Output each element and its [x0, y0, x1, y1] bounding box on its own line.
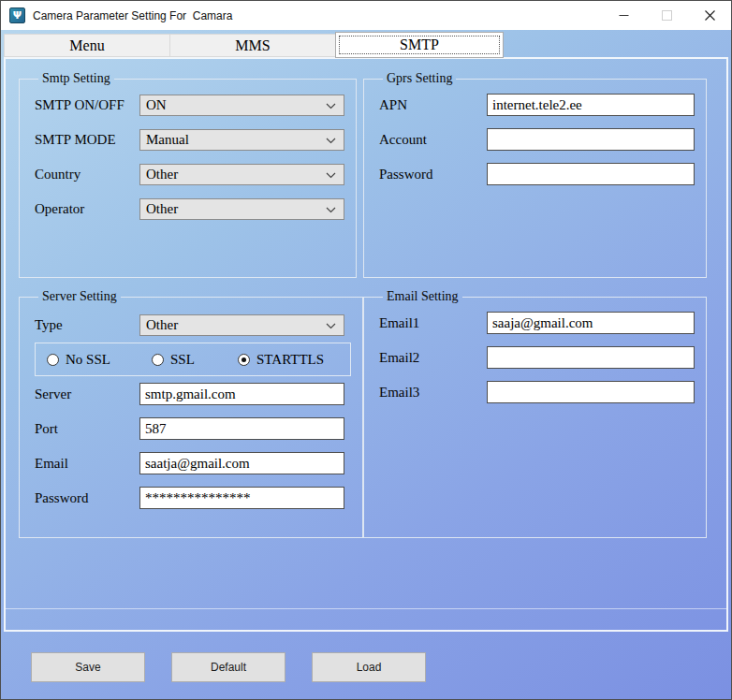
smtp-mode-select[interactable]: Manual: [139, 129, 344, 151]
maximize-button: [645, 1, 688, 30]
server-input[interactable]: [139, 383, 344, 405]
close-button[interactable]: [688, 1, 731, 30]
email-setting-title: Email Setting: [383, 289, 462, 304]
operator-value: Other: [146, 201, 178, 217]
button-row: Save Default Load: [31, 652, 426, 682]
server-row: Server: [35, 383, 351, 405]
pane-divider: [6, 608, 726, 609]
smtp-mode-value: Manual: [146, 132, 189, 148]
tab-mms[interactable]: MMS: [169, 34, 336, 57]
smtp-setting-title: Smtp Setting: [38, 71, 114, 86]
email2-row: Email2: [379, 346, 695, 369]
account-row: Account: [379, 128, 695, 151]
email1-input[interactable]: [487, 312, 695, 334]
apn-row: APN: [379, 94, 695, 116]
gprs-setting-group: Gprs Setting APN Account Password: [363, 71, 707, 278]
gprs-password-label: Password: [379, 167, 487, 182]
server-password-input[interactable]: [139, 487, 344, 509]
email3-label: Email3: [379, 385, 487, 401]
ssl-option-starttls: STARTTLS: [238, 352, 324, 368]
apn-label: APN: [379, 97, 487, 113]
chevron-down-icon: [326, 172, 336, 179]
server-email-input[interactable]: [139, 452, 344, 474]
email2-input[interactable]: [487, 346, 695, 369]
smtp-onoff-label: SMTP ON/OFF: [35, 97, 139, 113]
account-label: Account: [379, 132, 487, 148]
account-input[interactable]: [487, 128, 695, 151]
port-row: Port: [35, 417, 351, 440]
operator-row: Operator Other: [35, 197, 344, 220]
no-ssl-radio[interactable]: [47, 354, 59, 366]
type-value: Other: [146, 317, 178, 333]
server-password-row: Password: [35, 487, 351, 509]
operator-label: Operator: [35, 201, 139, 217]
port-input[interactable]: [139, 417, 344, 440]
load-button[interactable]: Load: [312, 652, 426, 682]
ssl-option-panel: No SSL SSL STARTTLS: [35, 343, 351, 376]
starttls-label: STARTTLS: [256, 352, 324, 368]
tab-smtp[interactable]: SMTP: [335, 32, 504, 58]
server-setting-title: Server Setting: [38, 289, 121, 304]
no-ssl-label: No SSL: [66, 352, 110, 368]
country-value: Other: [146, 167, 178, 182]
smtp-onoff-select[interactable]: ON: [139, 95, 344, 116]
starttls-radio[interactable]: [238, 354, 250, 366]
server-setting-group: Server Setting Type Other No SSL SSL: [19, 289, 363, 538]
ssl-label: SSL: [170, 352, 195, 368]
port-label: Port: [35, 421, 139, 437]
email3-input[interactable]: [487, 381, 695, 403]
server-email-label: Email: [35, 456, 139, 472]
chevron-down-icon: [326, 138, 336, 144]
app-icon: Ψ: [9, 7, 25, 23]
country-select[interactable]: Other: [139, 164, 344, 185]
window-controls: [602, 1, 731, 30]
chevron-down-icon: [326, 103, 336, 109]
ssl-option-ssl: SSL: [152, 352, 238, 368]
minimize-button[interactable]: [602, 1, 645, 30]
smtp-setting-group: Smtp Setting SMTP ON/OFF ON SMTP MODE Ma…: [19, 71, 357, 278]
chevron-down-icon: [326, 323, 336, 329]
maximize-icon: [662, 10, 672, 21]
gprs-password-row: Password: [379, 163, 695, 185]
smtp-onoff-value: ON: [146, 97, 167, 113]
email1-label: Email1: [379, 315, 487, 331]
minimize-icon: [619, 10, 629, 21]
ssl-option-no-ssl: No SSL: [47, 352, 152, 368]
server-email-row: Email: [35, 452, 351, 474]
window-body: Menu MMS SMTP Smtp Setting SMTP ON/OFF O…: [1, 30, 731, 699]
smtp-mode-label: SMTP MODE: [35, 132, 139, 148]
titlebar: Ψ Camera Parameter Setting For Camara: [1, 1, 731, 30]
type-select[interactable]: Other: [139, 314, 344, 336]
window-title: Camera Parameter Setting For Camara: [33, 9, 232, 22]
save-button[interactable]: Save: [31, 652, 145, 682]
country-label: Country: [35, 167, 139, 182]
tab-strip: Menu MMS SMTP: [4, 31, 503, 57]
tab-menu[interactable]: Menu: [4, 34, 170, 57]
server-password-label: Password: [35, 490, 139, 506]
server-label: Server: [35, 386, 139, 402]
close-icon: [705, 10, 715, 21]
type-row: Type Other: [35, 314, 351, 336]
operator-select[interactable]: Other: [139, 198, 344, 220]
gprs-password-input[interactable]: [487, 163, 695, 185]
smtp-mode-row: SMTP MODE Manual: [35, 128, 344, 151]
email-setting-group: Email Setting Email1 Email2 Email3: [363, 289, 707, 538]
apn-input[interactable]: [487, 94, 695, 116]
app-window: Ψ Camera Parameter Setting For Camara Me…: [0, 0, 732, 700]
gprs-setting-title: Gprs Setting: [383, 71, 456, 86]
chevron-down-icon: [326, 207, 336, 213]
smtp-onoff-row: SMTP ON/OFF ON: [35, 94, 344, 116]
type-label: Type: [35, 317, 139, 333]
country-row: Country Other: [35, 163, 344, 185]
email1-row: Email1: [379, 312, 695, 334]
ssl-radio[interactable]: [152, 354, 164, 366]
email2-label: Email2: [379, 350, 487, 366]
email3-row: Email3: [379, 381, 695, 403]
default-button[interactable]: Default: [171, 652, 285, 682]
